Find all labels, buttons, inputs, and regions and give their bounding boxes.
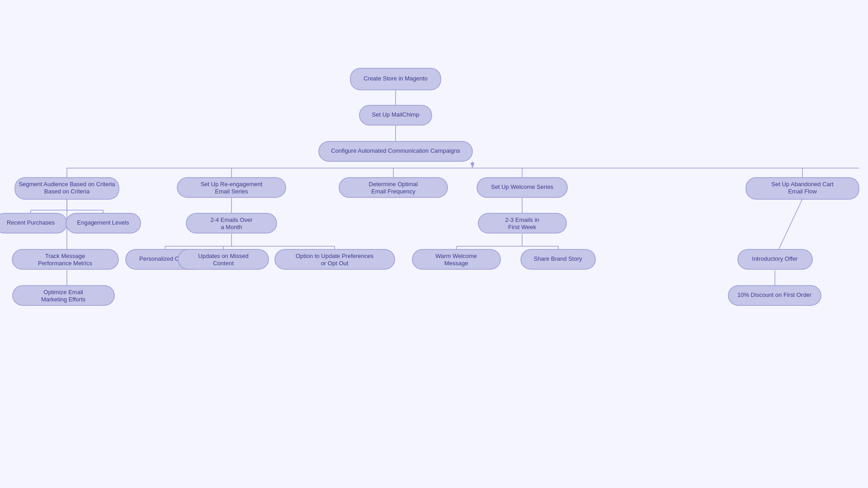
svg-text:Track Message: Track Message — [45, 253, 85, 259]
node-setup-mailchimp: Set Up MailChimp — [359, 105, 432, 125]
node-optimal-frequency: Determine Optimal Email Frequency — [339, 178, 448, 197]
svg-text:Set Up Abandoned Cart: Set Up Abandoned Cart — [771, 181, 834, 188]
svg-text:Set Up MailChimp: Set Up MailChimp — [372, 111, 420, 118]
svg-text:Message: Message — [444, 260, 468, 267]
svg-text:Set Up Welcome Series: Set Up Welcome Series — [491, 183, 553, 190]
node-discount-first-order: 10% Discount on First Order — [728, 286, 821, 305]
connector-to-intro — [775, 199, 802, 258]
svg-text:Based on Criteria: Based on Criteria — [44, 188, 90, 195]
svg-text:Determine Optimal: Determine Optimal — [369, 181, 418, 188]
svg-text:Email Frequency: Email Frequency — [371, 188, 415, 195]
svg-text:Configure Automated Communicat: Configure Automated Communication Campai… — [331, 147, 460, 154]
svg-text:Create Store in Magento: Create Store in Magento — [363, 75, 428, 82]
svg-text:Warm Welcome: Warm Welcome — [435, 253, 477, 259]
node-emails-month: 2-4 Emails Over a Month — [186, 213, 277, 233]
node-optimize-email: Optimize Email Marketing Efforts — [13, 286, 114, 305]
node-introductory-offer: Introductory Offer — [738, 249, 812, 269]
node-reengagement: Set Up Re-engagement Email Series — [177, 178, 286, 197]
svg-text:Performance Metrics: Performance Metrics — [38, 260, 92, 267]
node-share-brand: Share Brand Story — [521, 249, 595, 269]
svg-text:Set Up Re-engagement: Set Up Re-engagement — [201, 181, 263, 188]
node-create-store: Create Store in Magento — [350, 68, 441, 90]
node-emails-first-week: 2-3 Emails in First Week — [478, 213, 566, 233]
node-abandoned-cart: Set Up Abandoned Cart Email Flow — [746, 178, 859, 199]
node-opt-out: Option to Update Preferences or Opt Out — [275, 249, 395, 269]
svg-text:Email Series: Email Series — [215, 188, 248, 195]
node-warm-welcome: Warm Welcome Message — [412, 249, 500, 269]
node-welcome-series: Set Up Welcome Series — [477, 178, 567, 197]
svg-text:Segment Audience Based on Crit: Segment Audience Based on Criteria — [19, 181, 115, 188]
node-track-metrics: Track Message Performance Metrics — [12, 249, 118, 269]
node-updates-content: Updates on Missed Content — [178, 249, 269, 269]
svg-text:Optimize Email: Optimize Email — [43, 289, 83, 296]
svg-text:2-3 Emails in: 2-3 Emails in — [505, 216, 539, 223]
node-recent-purchases: Recent Purchases — [0, 213, 67, 233]
svg-text:Marketing Efforts: Marketing Efforts — [41, 296, 86, 303]
svg-text:Engagement Levels: Engagement Levels — [77, 219, 129, 226]
svg-text:10% Discount on First Order: 10% Discount on First Order — [737, 291, 812, 298]
svg-text:Updates on Missed: Updates on Missed — [198, 253, 248, 259]
svg-text:Share Brand Story: Share Brand Story — [534, 255, 582, 262]
svg-text:Email Flow: Email Flow — [788, 188, 817, 195]
mindmap-diagram: Create Store in Magento Set Up MailChimp… — [0, 0, 868, 488]
svg-text:a Month: a Month — [221, 224, 242, 230]
svg-text:or Opt Out: or Opt Out — [321, 260, 349, 267]
svg-text:Recent Purchases: Recent Purchases — [7, 219, 55, 226]
svg-text:Introductory Offer: Introductory Offer — [752, 255, 798, 262]
node-segment-audience: Segment Audience Based on Criteria Based… — [15, 178, 119, 199]
svg-text:2-4 Emails Over: 2-4 Emails Over — [210, 216, 253, 223]
svg-text:First Week: First Week — [508, 224, 536, 230]
node-configure-campaigns: Configure Automated Communication Campai… — [319, 141, 472, 161]
svg-text:Content: Content — [213, 260, 234, 267]
svg-text:Option to Update Preferences: Option to Update Preferences — [296, 253, 373, 259]
node-engagement-levels: Engagement Levels — [66, 213, 141, 233]
